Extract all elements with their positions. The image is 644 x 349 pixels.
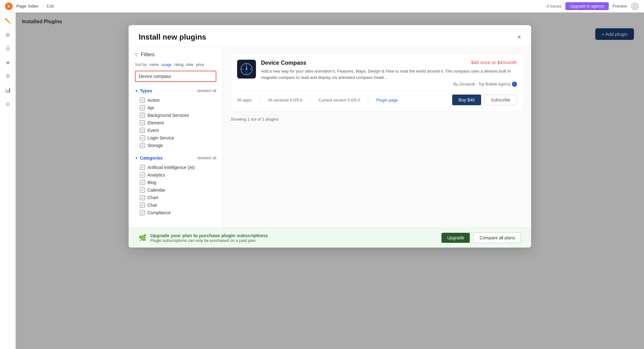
dialog-close-button[interactable]: × <box>517 34 521 40</box>
filter-icon: ▽ <box>135 52 138 57</box>
current-version: Current version 5.0/5.0 <box>319 98 360 102</box>
filter-title: Filters <box>141 52 155 57</box>
sort-price[interactable]: price <box>196 63 204 67</box>
banner-subtitle: Plugin subscriptions can only be purchas… <box>150 238 438 243</box>
filter-type-event[interactable]: Event <box>135 127 216 134</box>
dialog-header: Install new plugins × <box>129 25 531 47</box>
banner-compare-button[interactable]: Compare all plans <box>474 232 521 243</box>
categories-section-header: ▼ Categories deselect all <box>135 155 216 161</box>
filter-type-api[interactable]: Api <box>135 104 216 112</box>
plugin-card-top: Device Compass $40 once or $4/month Add … <box>237 60 517 87</box>
checkbox-background-services[interactable] <box>140 113 145 118</box>
checkbox-calendar[interactable] <box>140 188 145 193</box>
search-input[interactable] <box>135 71 216 82</box>
dialog-overlay: Install new plugins × ▽ Filters Sort by … <box>16 13 644 349</box>
filter-category-chat[interactable]: Chat <box>135 201 216 209</box>
checkbox-blog[interactable] <box>140 180 145 185</box>
meta-divider-2: | <box>310 98 311 102</box>
categories-chevron: ▼ <box>135 156 138 160</box>
sidebar-icon-data[interactable]: ◈ <box>3 58 12 67</box>
categories-section: ▼ Categories deselect all Artificial Int… <box>135 155 216 216</box>
sort-row: Sort by name usage rating date price <box>135 63 216 67</box>
edit-label[interactable]: Edit <box>47 4 54 8</box>
types-section: ▼ Types deselect all Action Api <box>135 88 216 149</box>
checkbox-storage[interactable] <box>140 143 145 148</box>
showing-text: Showing 1 out of 1 plugins <box>230 117 524 122</box>
banner-upgrade-button[interactable]: Upgrade <box>441 233 470 243</box>
types-section-title[interactable]: ▼ Types <box>135 88 152 93</box>
checkbox-action[interactable] <box>140 98 145 103</box>
all-versions: All versions 5.0/5.0 <box>268 98 303 102</box>
install-plugins-dialog: Install new plugins × ▽ Filters Sort by … <box>129 25 531 248</box>
checkbox-analytics[interactable] <box>140 172 145 177</box>
sort-name[interactable]: name <box>149 63 159 67</box>
plugin-card: Device Compass $40 once or $4/month Add … <box>230 53 524 112</box>
checkbox-login-service[interactable] <box>140 135 145 140</box>
divider: | <box>42 4 43 8</box>
filter-category-calendar[interactable]: Calendar <box>135 186 216 194</box>
plugin-list-area: Device Compass $40 once or $4/month Add … <box>223 47 531 228</box>
sort-rating[interactable]: rating <box>174 63 184 67</box>
author-verified-badge: ✓ <box>512 82 517 87</box>
checkbox-element[interactable] <box>140 120 145 125</box>
filter-panel: ▽ Filters Sort by name usage rating date… <box>129 47 223 228</box>
checkbox-chart[interactable] <box>140 195 145 200</box>
sidebar-icon-layers[interactable]: ☰ <box>3 44 12 53</box>
left-sidebar: ✏️ ⊞ ☰ ◈ ⚙ 📊 ◎ <box>0 13 16 349</box>
plugin-actions: Buy $40 Subscribe <box>452 95 517 105</box>
filter-type-login-service[interactable]: Login Service <box>135 134 216 142</box>
meta-divider-3: | <box>368 98 369 102</box>
filter-type-element[interactable]: Element <box>135 119 216 127</box>
checkbox-chat[interactable] <box>140 203 145 208</box>
filter-type-action[interactable]: Action <box>135 96 216 104</box>
top-bar: b Page: Index | Edit 0 issues Upgrade to… <box>0 0 644 13</box>
banner-text-block: Upgrade your plan to purchase plugin sub… <box>150 233 438 243</box>
filter-category-analytics[interactable]: Analytics <box>135 171 216 179</box>
sidebar-icon-analytics[interactable]: 📊 <box>3 85 12 94</box>
types-deselect-all[interactable]: deselect all <box>197 89 216 93</box>
plugin-page-link[interactable]: Plugin page <box>376 98 398 102</box>
plugin-name: Device Compass <box>261 60 306 66</box>
checkbox-ai[interactable] <box>140 165 145 170</box>
sort-date[interactable]: date <box>186 63 193 67</box>
plugin-card-meta: 30 apps | All versions 5.0/5.0 | Current… <box>237 90 517 105</box>
banner-icon: 🌿 <box>139 234 147 242</box>
subscribe-button[interactable]: Subscribe <box>484 95 517 105</box>
logo[interactable]: b <box>5 3 13 10</box>
page-label: Page: Index <box>16 4 38 8</box>
main-content: Installed Plugins Install new plugins × … <box>16 13 644 349</box>
bottom-banner: 🌿 Upgrade your plan to purchase plugin s… <box>129 228 531 248</box>
sort-usage[interactable]: usage <box>161 63 172 67</box>
meta-divider-1: | <box>259 98 260 102</box>
filter-type-storage[interactable]: Storage <box>135 142 216 149</box>
plugin-icon <box>237 60 256 79</box>
preview-label[interactable]: Preview <box>613 4 627 8</box>
filter-category-chart[interactable]: Chart <box>135 194 216 201</box>
filter-header: ▽ Filters <box>135 52 216 57</box>
dialog-body: ▽ Filters Sort by name usage rating date… <box>129 47 531 228</box>
categories-section-title[interactable]: ▼ Categories <box>135 155 163 161</box>
sidebar-icon-grid[interactable]: ⊞ <box>3 30 12 39</box>
dialog-title: Install new plugins <box>139 33 206 41</box>
filter-category-compliance[interactable]: Compliance <box>135 209 216 216</box>
sort-by-label: Sort by <box>135 63 147 67</box>
types-chevron: ▼ <box>135 89 138 93</box>
upgrade-button[interactable]: Upgrade to agency <box>565 2 609 10</box>
categories-deselect-all[interactable]: deselect all <box>197 156 216 160</box>
svg-marker-6 <box>246 65 247 68</box>
checkbox-api[interactable] <box>140 105 145 110</box>
issues-label: 0 issues <box>547 4 562 8</box>
avatar[interactable] <box>631 2 639 10</box>
checkbox-compliance[interactable] <box>140 210 145 215</box>
filter-category-ai[interactable]: Artificial Intelligence (AI) <box>135 164 216 171</box>
filter-type-background-services[interactable]: Background Services <box>135 112 216 119</box>
plugin-info: Device Compass $40 once or $4/month Add … <box>261 60 517 87</box>
sidebar-icon-edit[interactable]: ✏️ <box>3 16 12 25</box>
banner-title: Upgrade your plan to purchase plugin sub… <box>150 233 438 238</box>
plugin-name-row: Device Compass $40 once or $4/month <box>261 60 517 66</box>
sidebar-icon-circle[interactable]: ◎ <box>3 99 12 108</box>
checkbox-event[interactable] <box>140 128 145 133</box>
buy-button[interactable]: Buy $40 <box>452 95 481 105</box>
sidebar-icon-settings[interactable]: ⚙ <box>3 72 12 80</box>
filter-category-blog[interactable]: Blog <box>135 179 216 186</box>
